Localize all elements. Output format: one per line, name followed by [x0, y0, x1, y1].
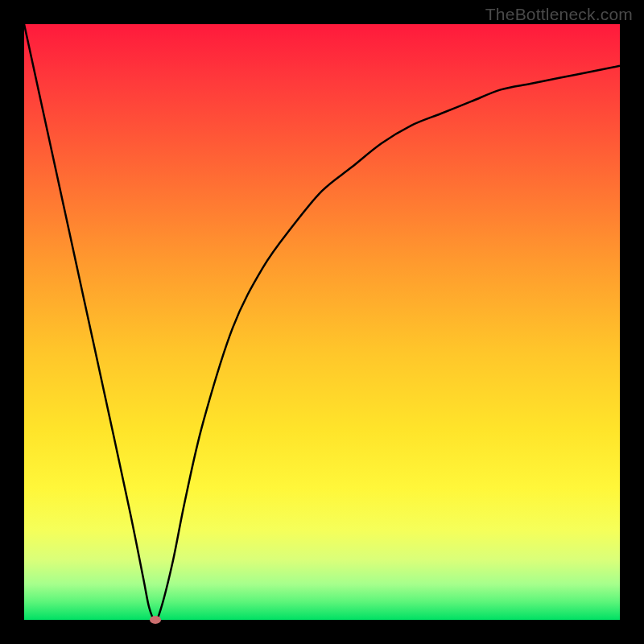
chart-frame: TheBottleneck.com [0, 0, 644, 644]
optimal-point-marker [150, 616, 161, 624]
plot-area [24, 24, 620, 620]
watermark-label: TheBottleneck.com [485, 5, 633, 24]
line-curve [24, 24, 620, 620]
bottleneck-curve-path [24, 24, 620, 620]
